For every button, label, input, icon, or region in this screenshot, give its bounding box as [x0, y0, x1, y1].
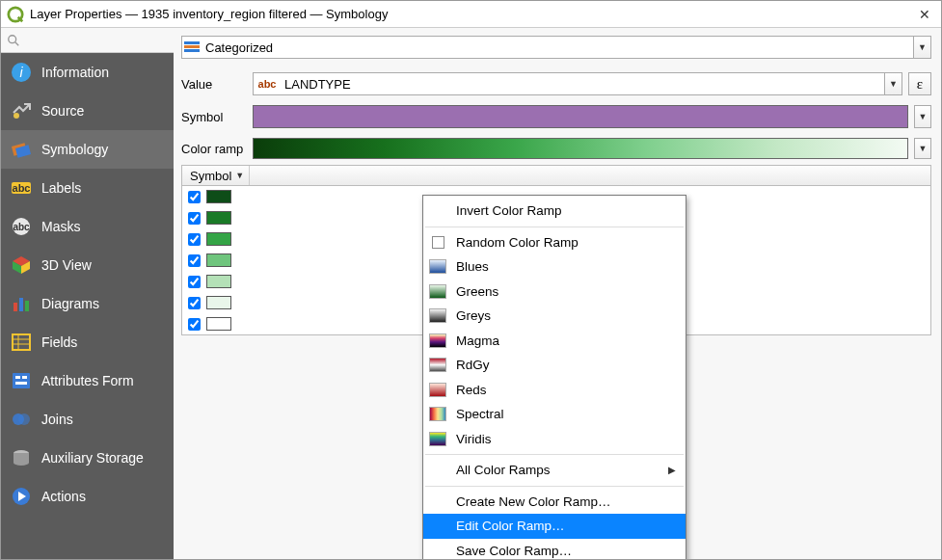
svg-point-2 — [9, 35, 16, 42]
expression-button[interactable]: ε — [908, 72, 931, 95]
sidebar-item-symbology[interactable]: Symbology — [1, 130, 174, 169]
menu-ramp-rdgy[interactable]: RdGy — [423, 353, 686, 378]
category-checkbox[interactable] — [188, 297, 201, 309]
menu-all-ramps[interactable]: All Color Ramps — [423, 458, 686, 483]
menu-save-ramp[interactable]: Save Color Ramp… — [423, 539, 686, 561]
category-checkbox[interactable] — [188, 233, 201, 246]
categorized-icon — [182, 40, 202, 54]
svg-rect-30 — [184, 49, 200, 52]
sidebar-item-actions[interactable]: Actions — [1, 477, 174, 516]
menu-ramp-reds[interactable]: Reds — [423, 378, 686, 403]
category-color-swatch — [206, 211, 231, 225]
category-color-swatch — [206, 317, 231, 331]
sidebar: iInformationSourceSymbologyabcLabelsabcM… — [1, 28, 174, 559]
sidebar-item-label: Masks — [41, 219, 80, 234]
svg-text:abc: abc — [13, 222, 30, 232]
colorramp-label: Color ramp — [181, 142, 247, 156]
svg-rect-22 — [22, 376, 27, 379]
titlebar: Layer Properties — 1935 inventory_region… — [1, 1, 941, 28]
sidebar-item-label: Diagrams — [41, 296, 99, 311]
sidebar-item-label: Labels — [41, 180, 81, 196]
window-title: Layer Properties — 1935 inventory_region… — [30, 7, 914, 21]
svg-rect-14 — [19, 298, 23, 311]
categories-table-header: Symbol▼ — [181, 165, 931, 186]
category-color-swatch — [206, 232, 231, 246]
symbology-icon — [11, 139, 32, 160]
ramp-preview-icon — [429, 308, 446, 324]
sidebar-item-label: Symbology — [41, 142, 108, 157]
svg-rect-16 — [13, 334, 30, 350]
symbol-dropdown-btn[interactable]: ▼ — [914, 105, 931, 128]
category-checkbox[interactable] — [188, 276, 201, 288]
colorramp-swatch[interactable] — [253, 138, 908, 159]
renderer-type-combo[interactable]: Categorized ▼ — [181, 36, 931, 59]
ramp-preview-icon — [429, 431, 446, 446]
sidebar-item-label: Actions — [41, 489, 86, 504]
ramp-preview-icon — [429, 382, 446, 397]
menu-ramp-viridis[interactable]: Viridis — [423, 427, 686, 452]
menu-ramp-magma[interactable]: Magma — [423, 329, 686, 354]
sidebar-item-label: Information — [41, 65, 109, 80]
svg-point-25 — [18, 413, 30, 425]
sidebar-item-label: Auxiliary Storage — [41, 450, 144, 466]
auxstorage-icon — [11, 447, 32, 468]
value-field-dropdown-btn[interactable]: ▼ — [884, 73, 902, 94]
sidebar-item-joins[interactable]: Joins — [1, 400, 174, 439]
value-field-combo[interactable]: abc LANDTYPE ▼ — [253, 72, 902, 95]
menu-edit-ramp[interactable]: Edit Color Ramp… — [423, 514, 686, 539]
ramp-preview-icon — [429, 283, 446, 299]
sidebar-item-source[interactable]: Source — [1, 92, 174, 130]
symbol-swatch[interactable] — [253, 105, 908, 128]
main-panel: Categorized ▼ Value abc LANDTYPE ▼ ε Sym… — [174, 28, 941, 559]
sidebar-item-masks[interactable]: abcMasks — [1, 207, 174, 246]
svg-line-3 — [15, 41, 19, 45]
sidebar-item-3dview[interactable]: 3D View — [1, 246, 174, 284]
svg-rect-28 — [184, 41, 200, 44]
menu-create-ramp[interactable]: Create New Color Ramp… — [423, 490, 686, 515]
svg-rect-29 — [184, 45, 200, 48]
sidebar-item-label: 3D View — [41, 257, 92, 273]
menu-invert-ramp[interactable]: Invert Color Ramp — [423, 199, 686, 224]
sidebar-item-auxstorage[interactable]: Auxiliary Storage — [1, 439, 174, 477]
renderer-type-dropdown-btn[interactable]: ▼ — [913, 37, 930, 58]
search-input[interactable] — [24, 33, 186, 47]
svg-rect-13 — [13, 303, 17, 311]
svg-rect-23 — [15, 382, 27, 385]
sidebar-item-labels[interactable]: abcLabels — [1, 169, 174, 207]
search-icon — [7, 34, 20, 47]
sidebar-search[interactable] — [1, 28, 174, 53]
sidebar-item-diagrams[interactable]: Diagrams — [1, 284, 174, 323]
sidebar-item-attrform[interactable]: Attributes Form — [1, 361, 174, 400]
svg-rect-15 — [25, 301, 29, 311]
field-type-icon: abc — [254, 78, 281, 90]
menu-ramp-greys[interactable]: Greys — [423, 304, 686, 329]
colorramp-menu: Invert Color Ramp Random Color Ramp Blue… — [422, 195, 686, 560]
source-icon — [11, 100, 32, 121]
category-color-swatch — [206, 190, 231, 203]
sidebar-nav: iInformationSourceSymbologyabcLabelsabcM… — [1, 53, 174, 559]
labels-icon: abc — [11, 177, 32, 199]
menu-ramp-greens[interactable]: Greens — [423, 280, 686, 305]
fields-icon — [11, 332, 32, 353]
category-checkbox[interactable] — [188, 212, 201, 225]
actions-icon — [11, 486, 32, 507]
category-checkbox[interactable] — [188, 318, 201, 331]
svg-point-6 — [13, 113, 19, 119]
category-checkbox[interactable] — [188, 191, 201, 203]
sidebar-item-fields[interactable]: Fields — [1, 323, 174, 361]
value-field-text: LANDTYPE — [281, 77, 884, 92]
close-button[interactable]: ✕ — [914, 7, 935, 22]
menu-random-ramp[interactable]: Random Color Ramp — [423, 230, 686, 255]
sidebar-item-information[interactable]: iInformation — [1, 53, 174, 92]
th-symbol[interactable]: Symbol▼ — [182, 166, 250, 185]
symbol-label: Symbol — [181, 110, 247, 124]
svg-rect-21 — [15, 376, 20, 379]
app-logo-icon — [7, 6, 24, 23]
ramp-preview-icon — [429, 358, 446, 373]
category-checkbox[interactable] — [188, 254, 201, 267]
menu-ramp-blues[interactable]: Blues — [423, 254, 686, 280]
menu-ramp-spectral[interactable]: Spectral — [423, 402, 686, 427]
colorramp-dropdown-btn[interactable]: ▼ — [914, 138, 931, 159]
svg-text:abc: abc — [13, 182, 31, 194]
diagrams-icon — [11, 293, 32, 314]
